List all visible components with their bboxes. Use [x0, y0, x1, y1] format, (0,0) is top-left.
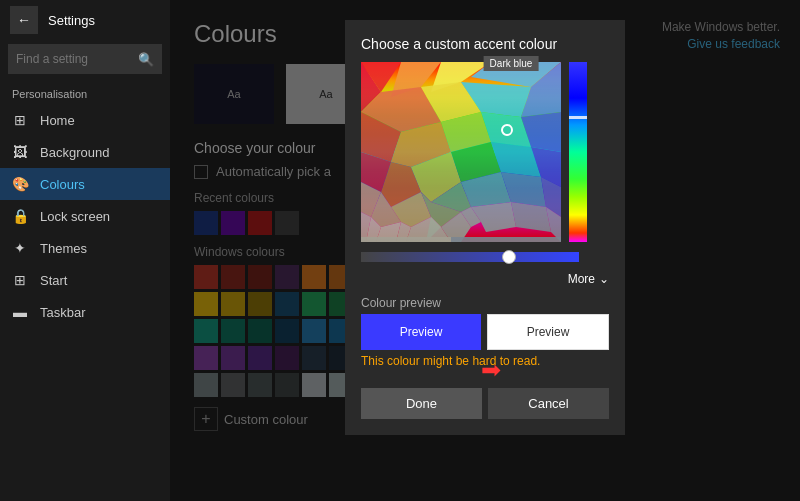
- done-button[interactable]: Done: [361, 388, 482, 419]
- sidebar: ← Settings 🔍 Personalisation ⊞ Home 🖼 Ba…: [0, 0, 170, 501]
- colours-label: Colours: [40, 177, 85, 192]
- taskbar-icon: ▬: [12, 304, 28, 320]
- sidebar-item-start[interactable]: ⊞ Start: [0, 264, 170, 296]
- themes-icon: ✦: [12, 240, 28, 256]
- brightness-slider[interactable]: [361, 252, 579, 262]
- sidebar-item-taskbar[interactable]: ▬ Taskbar: [0, 296, 170, 328]
- more-label: More: [568, 272, 595, 286]
- background-label: Background: [40, 145, 109, 160]
- preview-light: Preview: [487, 314, 609, 350]
- color-picker-area: Dark blue: [361, 62, 609, 242]
- spectrum-svg: [361, 62, 561, 242]
- custom-colour-modal: Choose a custom accent colour: [345, 20, 625, 435]
- back-button[interactable]: ←: [10, 6, 38, 34]
- brightness-thumb: [502, 250, 516, 264]
- sidebar-header: ← Settings: [0, 0, 170, 40]
- more-button[interactable]: More ⌄: [568, 272, 609, 286]
- taskbar-label: Taskbar: [40, 305, 86, 320]
- settings-title: Settings: [48, 13, 95, 28]
- preview-dark: Preview: [361, 314, 481, 350]
- tooltip-badge: Dark blue: [484, 56, 539, 71]
- arrow-indicator: ➡: [481, 356, 501, 384]
- search-input[interactable]: [16, 52, 138, 66]
- home-icon: ⊞: [12, 112, 28, 128]
- brightness-slider-row: [361, 252, 609, 262]
- start-label: Start: [40, 273, 67, 288]
- colour-spectrum[interactable]: Dark blue: [361, 62, 561, 242]
- lock-screen-label: Lock screen: [40, 209, 110, 224]
- hue-strip[interactable]: [569, 62, 587, 242]
- preview-boxes: Preview Preview: [361, 314, 609, 350]
- lock-icon: 🔒: [12, 208, 28, 224]
- home-label: Home: [40, 113, 75, 128]
- background-icon: 🖼: [12, 144, 28, 160]
- sidebar-item-colours[interactable]: 🎨 Colours: [0, 168, 170, 200]
- cancel-button[interactable]: Cancel: [488, 388, 609, 419]
- more-row: More ⌄: [361, 272, 609, 286]
- themes-label: Themes: [40, 241, 87, 256]
- preview-light-label: Preview: [527, 325, 570, 339]
- search-icon[interactable]: 🔍: [138, 52, 154, 67]
- preview-dark-label: Preview: [400, 325, 443, 339]
- colour-preview-label: Colour preview: [361, 296, 609, 310]
- personalisation-label: Personalisation: [0, 78, 170, 104]
- main-content: Colours Aa Aa Choose your colour Automat…: [170, 0, 800, 501]
- sidebar-item-lock-screen[interactable]: 🔒 Lock screen: [0, 200, 170, 232]
- sidebar-item-home[interactable]: ⊞ Home: [0, 104, 170, 136]
- hue-cursor: [569, 116, 587, 119]
- sidebar-item-themes[interactable]: ✦ Themes: [0, 232, 170, 264]
- modal-buttons: Done Cancel: [361, 388, 609, 419]
- search-bar[interactable]: 🔍: [8, 44, 162, 74]
- svg-rect-42: [361, 62, 561, 242]
- modal-overlay: Choose a custom accent colour: [170, 0, 800, 501]
- chevron-down-icon: ⌄: [599, 272, 609, 286]
- sidebar-item-background[interactable]: 🖼 Background: [0, 136, 170, 168]
- colours-icon: 🎨: [12, 176, 28, 192]
- modal-title: Choose a custom accent colour: [361, 36, 609, 52]
- start-icon: ⊞: [12, 272, 28, 288]
